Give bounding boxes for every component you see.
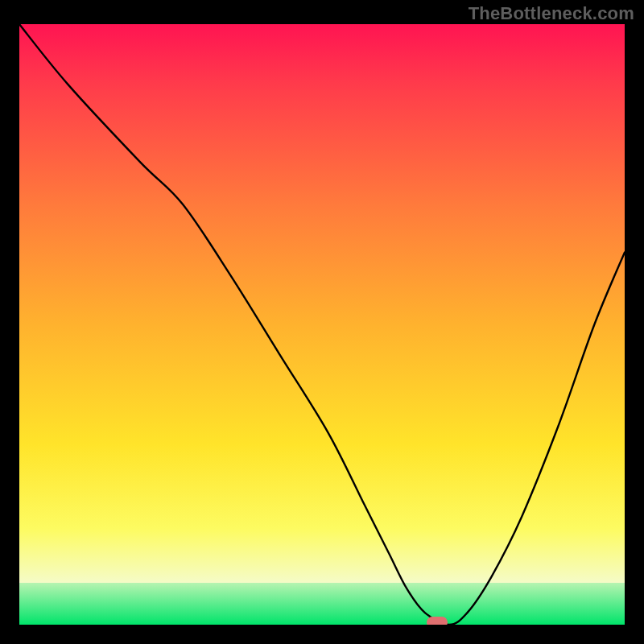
plot-svg: [19, 24, 625, 625]
optimal-marker: [427, 617, 448, 625]
chart-frame: TheBottleneck.com: [0, 0, 644, 644]
gradient-background: [19, 24, 625, 625]
watermark-text: TheBottleneck.com: [469, 3, 634, 24]
plot-area: [19, 24, 625, 625]
